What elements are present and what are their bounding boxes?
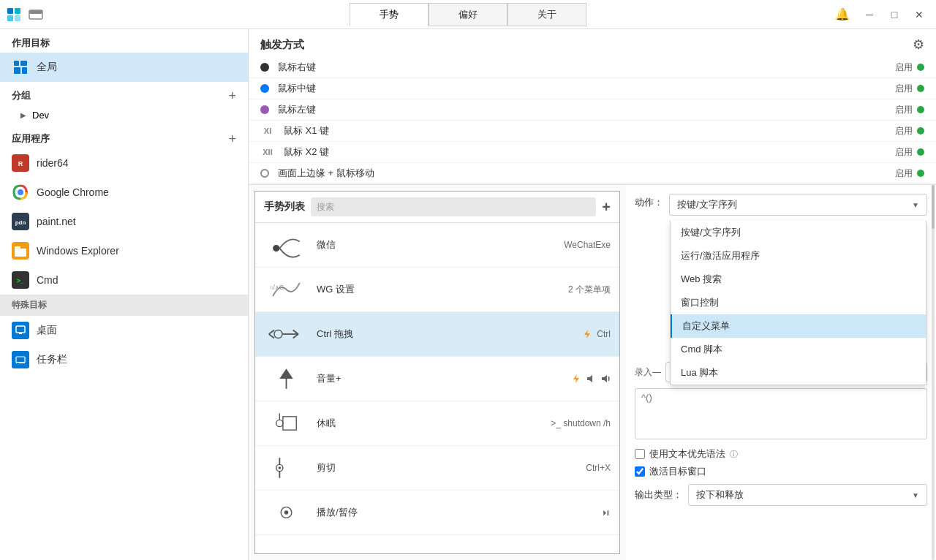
chrome-icon	[12, 183, 29, 201]
wechat-gesture-action: WeChatExe	[564, 240, 611, 250]
trigger-x1-label: 鼠标 X1 键	[284, 124, 886, 137]
output-type-value: 按下和释放	[696, 488, 744, 502]
gesture-panel: 手势列表 搜索 +	[254, 191, 620, 554]
play-gesture-name: 播放/暂停	[317, 506, 593, 519]
svg-text:>_: >_	[17, 277, 25, 284]
text-priority-checkbox[interactable]	[635, 449, 645, 459]
wechat-gesture-name: 微信	[317, 238, 555, 251]
add-app-button[interactable]: +	[228, 132, 236, 145]
rider64-label: rider64	[37, 157, 69, 169]
checkbox-text-priority: 使用文本优先语法 ⓘ	[635, 447, 927, 461]
close-button[interactable]: ✕	[908, 4, 930, 26]
option-run-app[interactable]: 运行/激活应用程序	[671, 244, 926, 268]
titlebar-icon-group	[6, 7, 44, 23]
titlebar: 手势 偏好 关于 🔔 ─ □ ✕	[0, 0, 936, 29]
cut-gesture-icon	[264, 453, 308, 483]
sidebar-item-rider64[interactable]: R rider64	[0, 148, 248, 178]
svg-marker-38	[587, 375, 592, 382]
gesture-row-cut[interactable]: 剪切 Ctrl+X	[255, 446, 619, 491]
activate-window-checkbox[interactable]	[635, 466, 645, 477]
trigger-row-x2: XII 鼠标 X2 键 启用	[249, 142, 936, 163]
action-panel-scrollbar[interactable]	[932, 185, 935, 560]
play-gesture-action: ⏯	[602, 507, 611, 518]
svg-text:pdn: pdn	[15, 219, 26, 226]
tab-preferences[interactable]: 偏好	[429, 3, 507, 26]
gesture-row-play[interactable]: 播放/暂停 ⏯	[255, 491, 619, 535]
option-lua-script[interactable]: Lua 脚本	[671, 361, 926, 385]
sidebar-item-explorer[interactable]: Windows Explorer	[0, 236, 248, 265]
sidebar-item-chrome[interactable]: Google Chrome	[0, 178, 248, 207]
edge-status-text: 启用	[895, 167, 913, 180]
gesture-row-volume[interactable]: 音量+	[255, 357, 619, 401]
sidebar-item-global[interactable]: 全局	[0, 53, 248, 82]
lower-section: 手势列表 搜索 +	[249, 185, 936, 560]
gesture-row-sleep[interactable]: 休眠 >_ shutdown /h	[255, 401, 619, 446]
gesture-row-wg[interactable]: ○/∧G WG 设置 2 个菜单项	[255, 268, 619, 312]
tab-gesture[interactable]: 手势	[350, 3, 429, 26]
add-group-button[interactable]: +	[228, 89, 236, 102]
add-gesture-button[interactable]: +	[602, 199, 611, 216]
sidebar-item-desktop[interactable]: 桌面	[0, 316, 248, 345]
option-cmd-script[interactable]: Cmd 脚本	[671, 338, 926, 361]
chrome-label: Google Chrome	[37, 186, 109, 198]
option-window-control[interactable]: 窗口控制	[671, 291, 926, 314]
rider64-icon: R	[12, 154, 29, 172]
wg-gesture-action: 2 个菜单项	[568, 284, 611, 296]
svg-marker-37	[573, 374, 579, 383]
ctrl-drag-gesture-action: Ctrl	[582, 329, 611, 339]
sidebar: 作用目标 全局 分组 + ▶ Dev 应用程序	[0, 29, 249, 560]
sidebar-item-paintnet[interactable]: pdn paint.net	[0, 207, 248, 236]
middle-click-status-dot	[917, 85, 924, 92]
svg-point-26	[273, 245, 279, 251]
trigger-row-edge: 画面上边缘 + 鼠标移动 启用	[249, 163, 936, 184]
trigger-row-left-click: 鼠标左键 启用	[249, 99, 936, 121]
minimize-button[interactable]: ─	[858, 4, 880, 26]
section-app-label: 应用程序	[12, 132, 50, 145]
trigger-left-click-label: 鼠标左键	[278, 103, 886, 116]
ctrl-drag-gesture-name: Ctrl 拖拽	[317, 328, 573, 341]
action-type-dropdown[interactable]: 按键/文字序列 ▼ 按键/文字序列 运行/激活应用程序 Web 搜索 窗口控制 …	[669, 194, 927, 216]
option-custom-menu[interactable]: 自定义菜单	[671, 314, 926, 338]
svg-point-28	[274, 330, 282, 338]
maximize-button[interactable]: □	[883, 4, 905, 26]
app-icon-2	[28, 7, 44, 23]
svg-rect-18	[15, 246, 20, 250]
option-keystroke[interactable]: 按键/文字序列	[671, 221, 926, 244]
dropdown-arrow-icon: ▼	[912, 201, 919, 209]
right-click-status-dot	[917, 64, 924, 71]
option-web-search[interactable]: Web 搜索	[671, 268, 926, 291]
tab-about[interactable]: 关于	[507, 3, 586, 26]
trigger-x2-status: 启用	[895, 146, 924, 159]
output-type-dropdown[interactable]: 按下和释放 ▼	[688, 484, 927, 506]
right-click-status-text: 启用	[895, 61, 913, 74]
right-click-dot	[260, 63, 269, 72]
desktop-icon	[12, 322, 29, 339]
action-textarea[interactable]: ^()	[635, 388, 927, 439]
svg-point-13	[18, 189, 23, 195]
sidebar-item-dev[interactable]: ▶ Dev	[0, 105, 248, 125]
svg-text:○/∧G: ○/∧G	[269, 284, 284, 291]
desktop-label: 桌面	[37, 324, 57, 337]
sleep-gesture-icon	[264, 409, 308, 438]
trigger-settings-icon[interactable]: ⚙	[913, 37, 924, 53]
window-controls: 🔔 ─ □ ✕	[835, 4, 930, 26]
play-gesture-icon	[264, 498, 308, 527]
content-area: 触发方式 ⚙ 鼠标右键 启用 鼠标中键 启用	[249, 29, 936, 560]
trigger-x1-status: 启用	[895, 125, 924, 137]
notification-bell-icon[interactable]: 🔔	[835, 7, 850, 21]
text-priority-info-icon[interactable]: ⓘ	[730, 449, 738, 460]
gesture-row-ctrl-drag[interactable]: Ctrl 拖拽 Ctrl	[255, 312, 619, 357]
section-target-header: 作用目标	[0, 29, 248, 53]
sidebar-item-taskbar[interactable]: 任务栏	[0, 345, 248, 374]
gesture-search-input[interactable]: 搜索	[311, 197, 596, 216]
sidebar-item-cmd[interactable]: >_ Cmd	[0, 265, 248, 295]
gesture-row-wechat[interactable]: 微信 WeChatExe	[255, 223, 619, 268]
svg-text:R: R	[18, 160, 23, 167]
ctrl-drag-gesture-icon	[264, 319, 308, 349]
gesture-panel-header: 手势列表 搜索 +	[255, 192, 619, 223]
wg-gesture-icon: ○/∧G	[264, 275, 308, 304]
paintnet-label: paint.net	[37, 216, 76, 227]
trigger-right-click-label: 鼠标右键	[278, 61, 886, 74]
left-click-status-dot	[917, 106, 924, 113]
x2-label-badge: XII	[260, 148, 275, 156]
